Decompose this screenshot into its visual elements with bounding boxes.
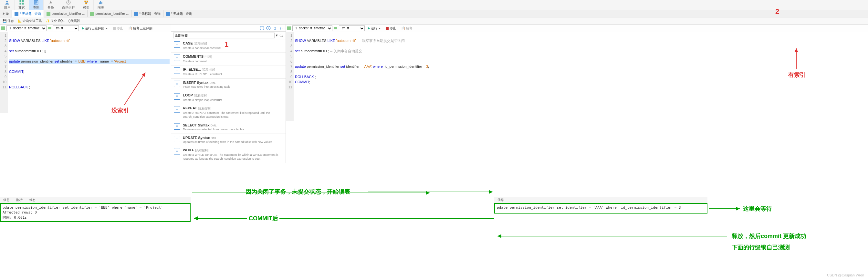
grid-icon [19, 0, 24, 5]
tab-objects[interactable]: 对象 [0, 10, 12, 18]
svg-rect-7 [84, 1, 86, 2]
snippet-desc: Updates columns of existing rows in the … [183, 140, 283, 144]
brackets-icon[interactable]: () [273, 26, 277, 30]
snippet-desc: Create a WHILE construct. The statement … [183, 153, 283, 161]
tab-query-1[interactable]: * 无标题 - 查询 [12, 10, 44, 18]
tab-query-2[interactable]: * 无标题 - 查询 [131, 10, 163, 18]
snippet-title: WHILE [流程控制] [183, 148, 283, 152]
scroll-track-right[interactable] [465, 203, 494, 203]
snippet-item[interactable]: ≡INSERT Syntax DMLInsert new rows into a… [171, 79, 285, 91]
save-button[interactable]: 💾 保存 [3, 19, 14, 23]
snippet-title: REPEAT [流程控制] [183, 106, 283, 111]
explain-button-right[interactable]: 📋解释 [399, 26, 414, 31]
svg-rect-27 [287, 27, 291, 30]
beautify-sql-button[interactable]: ✨ 美化 SQL [46, 19, 65, 23]
query-subtoolbar: 💾 保存 📐 查询创建工具 ✨ 美化 SQL ()代码段 [0, 18, 868, 25]
tab-query-3[interactable]: * 无标题 - 查询 [163, 10, 195, 18]
code-snippet-button[interactable]: ()代码段 [68, 19, 81, 23]
ribbon-auto[interactable]: 自动运行 [58, 0, 79, 10]
snippet-icon: ≡ [174, 41, 180, 48]
output-tab-profile[interactable]: 剖析 [13, 197, 26, 203]
ribbon-other[interactable]: 其它 [14, 0, 29, 10]
code-area-left[interactable]: SHOW VARIABLES LIKE 'autocommit' set aut… [8, 32, 171, 113]
tab-perm-2[interactable]: permission_identifier ... [88, 10, 131, 18]
snippet-title: UPDATE Syntax DML [183, 136, 283, 140]
snippet-item[interactable]: ≡COMMENTS [注释]Create a comment [171, 53, 285, 66]
anno-lock-msg: 因为关闭了事务，未提交状态，开始锁表 [246, 188, 350, 196]
stop-icon [386, 27, 389, 30]
snippet-title: COMMENTS [注释] [183, 55, 283, 59]
svg-rect-4 [22, 3, 24, 4]
ribbon-toolbar: 用户 其它 查询 备份 自动运行 模型 图表 [0, 0, 868, 10]
table-tab-icon [46, 12, 51, 16]
svg-point-0 [6, 1, 8, 3]
query-builder-button[interactable]: 📐 查询创建工具 [18, 19, 42, 23]
circle-info-icon[interactable]: i [260, 26, 264, 30]
ribbon-user[interactable]: 用户 [0, 0, 14, 10]
snippet-filter-input[interactable] [173, 33, 275, 38]
svg-point-26 [280, 34, 282, 36]
database-select-left[interactable]: tm_tt [53, 26, 79, 31]
arrow-wait-right [709, 206, 741, 211]
connection-row-left: 1_docker_tt_timetrac tm_tt 运行已选择的 停止 📋解释… [0, 25, 171, 32]
snippet-desc: Create a conditional construct [183, 46, 283, 50]
search-icon[interactable] [279, 33, 284, 38]
svg-rect-29 [334, 27, 337, 29]
braces-icon[interactable]: {} [279, 26, 284, 30]
output-tab-info-right[interactable]: 信息 [494, 197, 507, 203]
snippet-icon: ≡ [174, 148, 180, 154]
snippet-item[interactable]: ≡SELECT Syntax DMLRetrieve rows selected… [171, 121, 285, 134]
snippet-item[interactable]: ≡REPEAT [流程控制]Create A REPEAT construct.… [171, 104, 285, 121]
snippet-item[interactable]: ≡WHILE [流程控制]Create a WHILE construct. T… [171, 146, 285, 163]
sql-editor-right[interactable]: 1234567891011 SHOW VARIABLES LIKE 'autoc… [286, 32, 868, 121]
explain-button-left[interactable]: 📋解释已选择的 [126, 26, 154, 31]
output-tab-status[interactable]: 状态 [26, 197, 39, 203]
output-body-right: pdate permission_identifier set identifi… [494, 203, 708, 213]
code-area-right[interactable]: SHOW VARIABLES LIKE 'autocommit' -- 观察事务… [293, 32, 868, 121]
query-tab-icon [134, 12, 138, 16]
main-area: 1_docker_tt_timetrac tm_tt 运行已选择的 停止 📋解释… [0, 25, 868, 163]
stop-button-right[interactable]: 停止 [384, 26, 398, 31]
snippet-desc: Retrieve rows selected from one or more … [183, 128, 283, 132]
snippet-icon: ≡ [174, 123, 180, 130]
model-icon [84, 0, 89, 5]
run-button-right[interactable]: 运行 [366, 26, 383, 31]
connection-select-right[interactable]: 1_docker_tt_timetrac [292, 26, 332, 31]
stop-button-left[interactable]: 停止 [111, 26, 125, 31]
svg-rect-8 [87, 1, 88, 2]
dropdown-icon [105, 28, 108, 29]
ribbon-chart[interactable]: 图表 [94, 0, 108, 10]
connection-select-left[interactable]: 1_docker_tt_timetrac [6, 26, 46, 31]
circle-arrow-icon[interactable] [266, 26, 271, 30]
svg-rect-18 [1, 27, 5, 30]
svg-rect-11 [100, 1, 101, 4]
snippet-item[interactable]: ≡LOOP [流程控制]Create a simple loop constru… [171, 91, 285, 105]
output-tab-info[interactable]: 信息 [0, 197, 13, 203]
ribbon-backup[interactable]: 备份 [43, 0, 58, 10]
database-select-right[interactable]: tm_tt [339, 26, 365, 31]
tab-perm-1[interactable]: permission_identifier ... [44, 10, 88, 18]
arrow-release-left [496, 234, 728, 238]
output-tabs-right: 信息 [494, 197, 708, 203]
play-icon [82, 27, 84, 30]
ribbon-query[interactable]: 查询 [29, 0, 43, 10]
svg-text:(): () [274, 26, 276, 30]
snippet-item[interactable]: ≡CASE [流程控制]Create a conditional constru… [171, 39, 285, 53]
snippet-item[interactable]: ≡IF...ELSE... [流程控制]Create a IF...ELSE..… [171, 66, 285, 79]
line-gutter-left: 1234567891011 [0, 32, 8, 113]
snippet-desc: Create a simple loop construct [183, 98, 283, 102]
run-button-left[interactable]: 运行已选择的 [80, 26, 110, 31]
snippet-item[interactable]: ≡UPDATE Syntax DMLUpdates columns of exi… [171, 134, 285, 146]
snippet-icon: ≡ [174, 106, 180, 112]
svg-rect-9 [85, 3, 87, 4]
output-panel-left: 信息 剖析 状态 pdate permission_identifier set… [0, 197, 191, 222]
line-gutter-right: 1234567891011 [286, 32, 293, 121]
output-panel-right: 信息 pdate permission_identifier set ident… [494, 197, 708, 213]
arrow-lock-right [192, 191, 431, 195]
sql-editor-left[interactable]: 1234567891011 SHOW VARIABLES LIKE 'autoc… [0, 32, 171, 113]
snippet-title: CASE [流程控制] [183, 41, 283, 46]
anno-wait-msg: 这里会等待 [743, 205, 772, 213]
ribbon-model[interactable]: 模型 [79, 0, 94, 10]
document-tabs: 对象 * 无标题 - 查询 permission_identifier ... … [0, 10, 868, 18]
svg-rect-17 [166, 12, 170, 16]
